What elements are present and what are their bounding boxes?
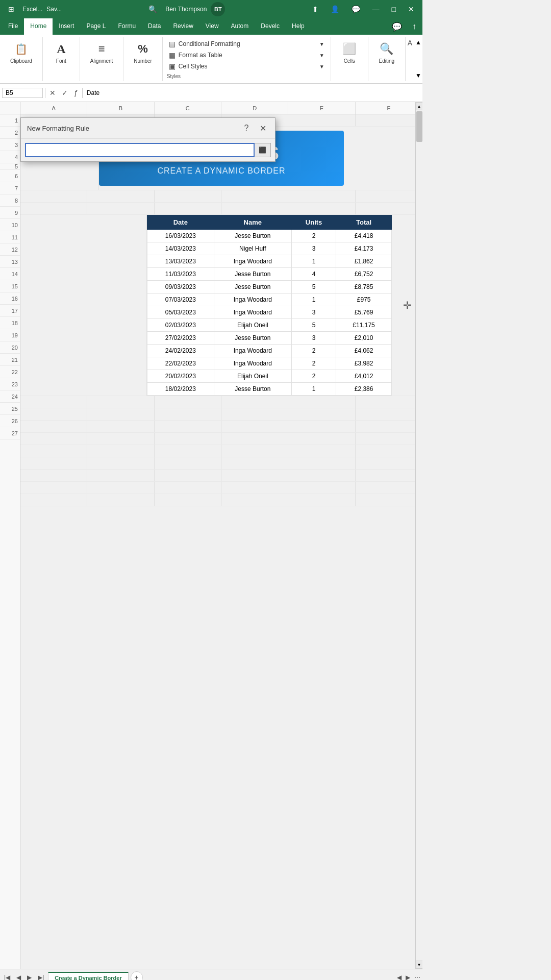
cell-f19[interactable] <box>356 396 422 408</box>
cell-c27[interactable] <box>155 494 221 506</box>
row-num-19[interactable]: 19 <box>0 329 20 341</box>
table-cell-9-1[interactable]: Jesse Burton <box>214 268 291 281</box>
add-sheet-btn[interactable]: + <box>131 971 143 981</box>
row-num-9[interactable]: 9 <box>0 207 20 219</box>
ribbon-scroll-down[interactable]: ▼ <box>415 72 421 79</box>
cell-c22[interactable] <box>155 433 221 445</box>
row-num-18[interactable]: 18 <box>0 317 20 329</box>
col-header-b[interactable]: B <box>87 102 154 114</box>
cell-c3[interactable] <box>155 190 221 202</box>
cell-b4[interactable] <box>87 203 154 214</box>
cell-a5[interactable] <box>20 215 147 396</box>
cell-a3[interactable] <box>20 190 87 202</box>
cell-f21[interactable] <box>356 421 422 432</box>
table-cell-12-2[interactable]: 3 <box>292 306 336 319</box>
cell-f27[interactable] <box>356 494 422 506</box>
insert-function-icon[interactable]: ƒ <box>72 89 80 97</box>
tab-nav-last[interactable]: ▶| <box>36 973 46 981</box>
cell-c4[interactable] <box>155 203 221 214</box>
cell-b27[interactable] <box>87 494 154 506</box>
comments-ribbon-btn[interactable]: 💬 <box>388 20 406 34</box>
sheet-tab-dynamic-border[interactable]: Create a Dynamic Border <box>48 972 128 981</box>
editing-btn[interactable]: 🔍 Editing <box>374 39 399 66</box>
table-cell-7-0[interactable]: 14/03/2023 <box>147 242 214 255</box>
comments-btn[interactable]: 💬 <box>347 3 364 15</box>
row-num-11[interactable]: 11 <box>0 231 20 243</box>
table-cell-15-0[interactable]: 24/02/2023 <box>147 345 214 357</box>
cell-d27[interactable] <box>221 494 288 506</box>
table-cell-16-1[interactable]: Inga Woodard <box>214 357 291 370</box>
table-cell-17-3[interactable]: £4,012 <box>336 370 392 383</box>
table-cell-17-0[interactable]: 20/02/2023 <box>147 370 214 383</box>
table-cell-16-0[interactable]: 22/02/2023 <box>147 357 214 370</box>
minimize-btn[interactable]: — <box>368 3 384 15</box>
tab-developer[interactable]: Develc <box>255 18 286 35</box>
search-btn[interactable]: 🔍 <box>144 3 161 15</box>
sheet-options[interactable]: ⋯ <box>414 974 420 981</box>
cell-f22[interactable] <box>356 433 422 445</box>
cell-d23[interactable] <box>221 445 288 457</box>
table-cell-15-2[interactable]: 2 <box>292 345 336 357</box>
cell-a25[interactable] <box>20 470 87 481</box>
confirm-formula-icon[interactable]: ✓ <box>60 89 70 97</box>
dialog-help-btn[interactable]: ? <box>240 122 253 134</box>
cell-e22[interactable] <box>288 433 355 445</box>
cell-e4[interactable] <box>288 203 355 214</box>
table-cell-7-1[interactable]: Nigel Huff <box>214 242 291 255</box>
table-cell-18-0[interactable]: 18/02/2023 <box>147 383 214 396</box>
cell-b3[interactable] <box>87 190 154 202</box>
row-num-20[interactable]: 20 <box>0 341 20 354</box>
cell-b23[interactable] <box>87 445 154 457</box>
ribbon-scroll-up[interactable]: ▲ <box>415 39 421 46</box>
row-num-17[interactable]: 17 <box>0 305 20 317</box>
table-cell-7-3[interactable]: £4,173 <box>336 242 392 255</box>
cell-d19[interactable] <box>221 396 288 408</box>
row-num-3[interactable]: 3 <box>0 139 20 151</box>
row-num-27[interactable]: 27 <box>0 427 20 439</box>
row-num-16[interactable]: 16 <box>0 292 20 305</box>
table-cell-6-2[interactable]: 2 <box>292 230 336 242</box>
table-cell-16-3[interactable]: £3,982 <box>336 357 392 370</box>
table-cell-10-3[interactable]: £8,785 <box>336 281 392 293</box>
cell-a19[interactable] <box>20 396 87 408</box>
cell-c26[interactable] <box>155 482 221 494</box>
row-num-1[interactable]: 1 <box>0 114 20 127</box>
dialog-close-btn[interactable]: ✕ <box>257 122 269 134</box>
table-cell-11-3[interactable]: £975 <box>336 293 392 306</box>
scroll-up-arrow[interactable]: ▲ <box>416 102 423 110</box>
table-cell-9-2[interactable]: 4 <box>292 268 336 281</box>
cell-d26[interactable] <box>221 482 288 494</box>
cell-c20[interactable] <box>155 408 221 420</box>
ribbon-toggle[interactable]: ⬆ <box>308 3 322 15</box>
cell-e3[interactable] <box>288 190 355 202</box>
cell-f3[interactable] <box>356 190 422 202</box>
cell-f23[interactable] <box>356 445 422 457</box>
table-cell-8-1[interactable]: Inga Woodard <box>214 255 291 268</box>
col-header-e[interactable]: E <box>288 102 355 114</box>
row-num-7[interactable]: 7 <box>0 182 20 194</box>
tab-automate[interactable]: Autom <box>225 18 255 35</box>
row-num-12[interactable]: 12 <box>0 243 20 256</box>
table-cell-9-3[interactable]: £6,752 <box>336 268 392 281</box>
cell-a4[interactable] <box>20 203 87 214</box>
table-cell-10-2[interactable]: 5 <box>292 281 336 293</box>
tab-review[interactable]: Review <box>167 18 199 35</box>
cell-c21[interactable] <box>155 421 221 432</box>
table-cell-8-0[interactable]: 13/03/2023 <box>147 255 214 268</box>
table-cell-16-2[interactable]: 2 <box>292 357 336 370</box>
table-cell-13-3[interactable]: £11,175 <box>336 319 392 332</box>
row-num-5[interactable]: 5 <box>0 163 20 170</box>
table-cell-18-3[interactable]: £2,386 <box>336 383 392 396</box>
scroll-thumb[interactable] <box>416 111 422 142</box>
cell-c24[interactable] <box>155 457 221 469</box>
cell-e1[interactable] <box>288 114 355 126</box>
tab-file[interactable]: File <box>2 18 24 35</box>
cell-e24[interactable] <box>288 457 355 469</box>
cell-d24[interactable] <box>221 457 288 469</box>
table-cell-8-3[interactable]: £1,862 <box>336 255 392 268</box>
tab-nav-prev[interactable]: ◀ <box>14 973 23 981</box>
tab-nav-first[interactable]: |◀ <box>2 973 12 981</box>
cell-d21[interactable] <box>221 421 288 432</box>
cell-a24[interactable] <box>20 457 87 469</box>
row-num-23[interactable]: 23 <box>0 378 20 390</box>
